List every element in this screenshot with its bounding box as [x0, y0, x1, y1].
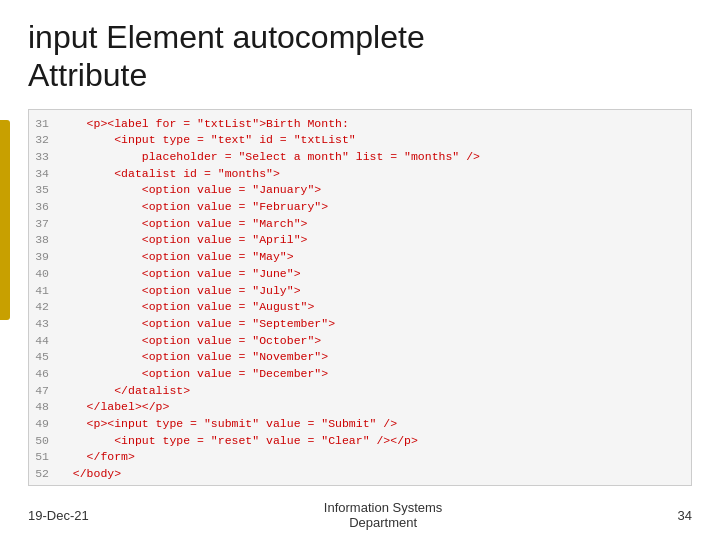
code-line: 36 <option value = "February"> — [29, 199, 691, 216]
code-line: 32 <input type = "text" id = "txtList" — [29, 132, 691, 149]
code-line: 49 <p><input type = "submit" value = "Su… — [29, 416, 691, 433]
code-line: 41 <option value = "July"> — [29, 283, 691, 300]
line-number: 34 — [29, 166, 59, 183]
footer-page: 34 — [678, 508, 692, 523]
line-content: <datalist id = "months"> — [59, 166, 280, 183]
line-content: <option value = "December"> — [59, 366, 328, 383]
line-content: </datalist> — [59, 383, 190, 400]
line-content: <p><label for = "txtList">Birth Month: — [59, 116, 349, 133]
code-line: 47 </datalist> — [29, 383, 691, 400]
line-number: 37 — [29, 216, 59, 233]
line-content: <option value = "September"> — [59, 316, 335, 333]
line-number: 36 — [29, 199, 59, 216]
line-number: 52 — [29, 466, 59, 483]
line-number: 47 — [29, 383, 59, 400]
code-line: 34 <datalist id = "months"> — [29, 166, 691, 183]
line-number: 33 — [29, 149, 59, 166]
line-number: 38 — [29, 232, 59, 249]
slide-title: input Element autocomplete Attribute — [28, 18, 692, 95]
code-line: 50 <input type = "reset" value = "Clear"… — [29, 433, 691, 450]
line-number: 50 — [29, 433, 59, 450]
code-line: 53</html> — [29, 483, 691, 486]
line-content: <option value = "October"> — [59, 333, 321, 350]
line-number: 42 — [29, 299, 59, 316]
line-content: </body> — [59, 466, 121, 483]
line-content: <input type = "text" id = "txtList" — [59, 132, 356, 149]
line-number: 31 — [29, 116, 59, 133]
line-number: 41 — [29, 283, 59, 300]
line-content: <p><input type = "submit" value = "Submi… — [59, 416, 397, 433]
code-line: 33 placeholder = "Select a month" list =… — [29, 149, 691, 166]
code-line: 39 <option value = "May"> — [29, 249, 691, 266]
code-line: 40 <option value = "June"> — [29, 266, 691, 283]
line-number: 39 — [29, 249, 59, 266]
line-number: 43 — [29, 316, 59, 333]
line-number: 44 — [29, 333, 59, 350]
line-content: placeholder = "Select a month" list = "m… — [59, 149, 480, 166]
code-line: 52 </body> — [29, 466, 691, 483]
code-line: 31 <p><label for = "txtList">Birth Month… — [29, 116, 691, 133]
code-line: 46 <option value = "December"> — [29, 366, 691, 383]
line-number: 35 — [29, 182, 59, 199]
line-number: 46 — [29, 366, 59, 383]
line-content: <option value = "February"> — [59, 199, 328, 216]
line-content: </form> — [59, 449, 135, 466]
line-content: <option value = "July"> — [59, 283, 301, 300]
line-content: <option value = "April"> — [59, 232, 307, 249]
code-line: 42 <option value = "August"> — [29, 299, 691, 316]
code-line: 43 <option value = "September"> — [29, 316, 691, 333]
line-number: 32 — [29, 132, 59, 149]
code-block: 31 <p><label for = "txtList">Birth Month… — [28, 109, 692, 486]
code-table: 31 <p><label for = "txtList">Birth Month… — [29, 116, 691, 486]
footer: 19-Dec-21 Information SystemsDepartment … — [28, 496, 692, 530]
line-number: 48 — [29, 399, 59, 416]
code-line: 48 </label></p> — [29, 399, 691, 416]
line-content: <option value = "August"> — [59, 299, 314, 316]
footer-department: Information SystemsDepartment — [324, 500, 443, 530]
line-content: <input type = "reset" value = "Clear" />… — [59, 433, 418, 450]
line-number: 45 — [29, 349, 59, 366]
line-content: <option value = "March"> — [59, 216, 307, 233]
code-line: 51 </form> — [29, 449, 691, 466]
line-number: 53 — [29, 483, 59, 486]
title-line2: Attribute — [28, 57, 147, 93]
code-line: 44 <option value = "October"> — [29, 333, 691, 350]
code-line: 37 <option value = "March"> — [29, 216, 691, 233]
line-content: </label></p> — [59, 399, 169, 416]
code-line: 45 <option value = "November"> — [29, 349, 691, 366]
title-line1: input Element autocomplete — [28, 19, 425, 55]
line-content: </html> — [59, 483, 107, 486]
line-number: 40 — [29, 266, 59, 283]
code-line: 38 <option value = "April"> — [29, 232, 691, 249]
line-content: <option value = "June"> — [59, 266, 301, 283]
accent-bar — [0, 120, 10, 320]
footer-date: 19-Dec-21 — [28, 508, 89, 523]
slide: input Element autocomplete Attribute 31 … — [0, 0, 720, 540]
line-content: <option value = "May"> — [59, 249, 294, 266]
line-number: 51 — [29, 449, 59, 466]
line-number: 49 — [29, 416, 59, 433]
line-content: <option value = "January"> — [59, 182, 321, 199]
line-content: <option value = "November"> — [59, 349, 328, 366]
code-line: 35 <option value = "January"> — [29, 182, 691, 199]
